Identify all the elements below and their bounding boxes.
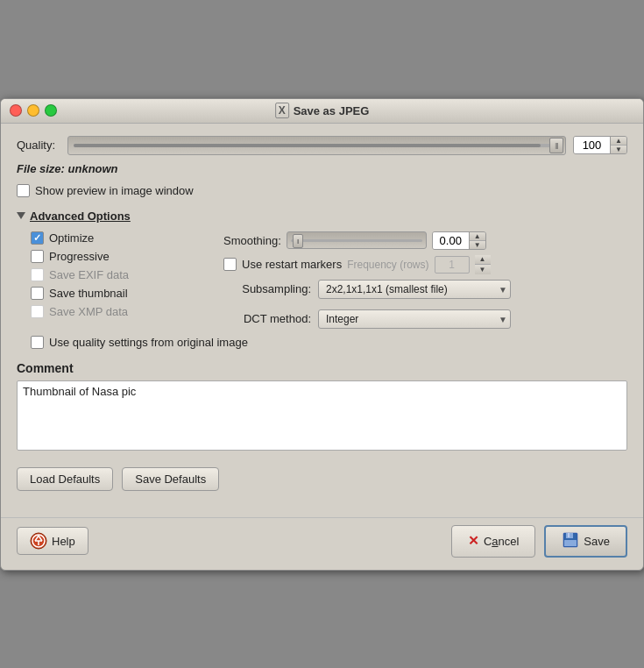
file-size-label: File size: unknown: [17, 162, 627, 175]
comment-label: Comment: [17, 361, 627, 375]
svg-rect-9: [564, 540, 577, 546]
left-column: Optimize Progressive Save EXIF data: [31, 231, 223, 329]
window-title: X Save as JPEG: [275, 103, 370, 118]
save-disk-icon: [562, 531, 579, 551]
cancel-button[interactable]: ✕ Cancel: [451, 525, 535, 558]
help-button[interactable]: Help: [17, 527, 88, 555]
subsampling-label: Subsampling:: [223, 282, 311, 295]
cancel-label: Cancel: [484, 535, 519, 548]
help-label: Help: [52, 535, 75, 548]
optimize-row: Optimize: [31, 231, 223, 245]
optimize-checkbox[interactable]: [31, 231, 44, 245]
save-xmp-checkbox[interactable]: [31, 305, 44, 318]
title-text: Save as JPEG: [294, 104, 370, 117]
show-preview-row: Show preview in image window: [17, 184, 627, 197]
quality-slider-container: ||||: [67, 136, 566, 155]
use-quality-option-row: Use quality settings from original image: [31, 336, 627, 349]
save-label: Save: [584, 535, 610, 548]
save-exif-label: Save EXIF data: [49, 268, 129, 281]
save-defaults-button[interactable]: Save Defaults: [122, 467, 219, 491]
save-thumbnail-row: Save thumbnail: [31, 287, 223, 300]
progressive-checkbox[interactable]: [31, 250, 44, 263]
use-quality-row: Use quality settings from original image: [31, 336, 627, 349]
save-exif-row: Save EXIF data: [31, 268, 223, 281]
quality-spinner-buttons: ▲ ▼: [611, 137, 626, 153]
svg-rect-8: [568, 533, 570, 537]
smoothing-label: Smoothing:: [223, 234, 281, 247]
smoothing-value-input[interactable]: [433, 232, 470, 249]
smoothing-row: Smoothing: ||| ▲ ▼: [223, 231, 627, 250]
advanced-content: Optimize Progressive Save EXIF data: [17, 231, 627, 349]
frequency-spinner-buttons: ▲ ▼: [475, 255, 491, 274]
dct-method-label: DCT method:: [223, 312, 311, 325]
dct-method-row: DCT method: Integer Fixed point Floating…: [223, 309, 627, 329]
use-quality-checkbox[interactable]: [31, 336, 44, 349]
smoothing-slider: |||: [287, 231, 427, 249]
quality-spinner: ▲ ▼: [573, 136, 627, 154]
cancel-x-icon: ✕: [468, 533, 479, 549]
comment-textarea[interactable]: Thumbnail of Nasa pic: [17, 380, 627, 451]
right-footer-buttons: ✕ Cancel Save: [451, 525, 627, 558]
quality-slider-fill: [74, 144, 541, 147]
help-icon: [30, 532, 47, 550]
footer-buttons: Help ✕ Cancel Save: [1, 517, 643, 570]
progressive-row: Progressive: [31, 250, 223, 263]
quality-slider-thumb[interactable]: ||||: [549, 138, 563, 153]
quality-increment-button[interactable]: ▲: [611, 137, 626, 146]
save-xmp-label: Save XMP data: [49, 305, 128, 318]
smoothing-decrement-button[interactable]: ▼: [470, 241, 485, 249]
minimize-button[interactable]: [27, 104, 39, 117]
defaults-buttons: Load Defaults Save Defaults: [17, 467, 627, 491]
use-quality-label: Use quality settings from original image: [49, 336, 248, 349]
subsampling-select[interactable]: 2x2,1x1,1x1 (smallest file) 1x1,1x1,1x1 …: [318, 280, 511, 299]
frequency-decrement-button[interactable]: ▼: [475, 265, 491, 274]
quality-label: Quality:: [17, 139, 60, 152]
save-thumbnail-label: Save thumbnail: [49, 287, 128, 300]
close-button[interactable]: [10, 104, 22, 117]
smoothing-increment-button[interactable]: ▲: [470, 232, 485, 241]
maximize-button[interactable]: [45, 104, 57, 117]
frequency-input[interactable]: [435, 256, 470, 274]
quality-value-input[interactable]: [574, 137, 611, 153]
save-xmp-row: Save XMP data: [31, 305, 223, 318]
dct-method-select[interactable]: Integer Fixed point Floating point: [318, 309, 511, 329]
comment-section: Comment Thumbnail of Nasa pic: [17, 361, 627, 453]
main-content: Quality: |||| ▲ ▼ File size: unknown Sho…: [1, 124, 643, 517]
show-preview-label: Show preview in image window: [35, 184, 194, 197]
save-exif-checkbox[interactable]: [31, 268, 44, 281]
show-preview-checkbox[interactable]: [17, 184, 30, 197]
quality-decrement-button[interactable]: ▼: [611, 146, 626, 153]
progressive-label: Progressive: [49, 250, 110, 263]
frequency-label: Frequency (rows): [347, 259, 428, 271]
title-x-icon: X: [275, 103, 289, 118]
dct-select-wrapper: Integer Fixed point Floating point ▼: [318, 309, 511, 329]
save-button[interactable]: Save: [544, 525, 627, 558]
advanced-options-header: Advanced Options: [17, 210, 627, 223]
advanced-grid: Optimize Progressive Save EXIF data: [31, 231, 627, 329]
advanced-options-title: Advanced Options: [30, 210, 131, 223]
subsampling-select-wrapper: 2x2,1x1,1x1 (smallest file) 1x1,1x1,1x1 …: [318, 280, 511, 299]
restart-markers-label: Use restart markers: [242, 258, 342, 271]
titlebar: X Save as JPEG: [1, 99, 643, 124]
subsampling-row: Subsampling: 2x2,1x1,1x1 (smallest file)…: [223, 280, 627, 299]
window-controls: [10, 104, 57, 117]
restart-markers-row: Use restart markers Frequency (rows) ▲ ▼: [223, 255, 627, 274]
save-jpeg-dialog: X Save as JPEG Quality: |||| ▲ ▼ Fi: [0, 98, 644, 571]
optimize-label: Optimize: [49, 231, 94, 245]
smoothing-thumb[interactable]: |||: [293, 234, 303, 248]
smoothing-spinner: ▲ ▼: [432, 231, 486, 250]
load-defaults-button[interactable]: Load Defaults: [17, 467, 113, 491]
right-column: Smoothing: ||| ▲ ▼: [223, 231, 627, 329]
collapse-triangle-icon[interactable]: [17, 212, 25, 219]
smoothing-track: |||: [291, 239, 422, 242]
restart-markers-checkbox[interactable]: [223, 258, 237, 271]
quality-row: Quality: |||| ▲ ▼: [17, 136, 627, 155]
frequency-increment-button[interactable]: ▲: [475, 255, 491, 266]
smoothing-spinner-buttons: ▲ ▼: [470, 232, 485, 249]
save-thumbnail-checkbox[interactable]: [31, 287, 44, 300]
quality-slider-track: [74, 144, 560, 147]
